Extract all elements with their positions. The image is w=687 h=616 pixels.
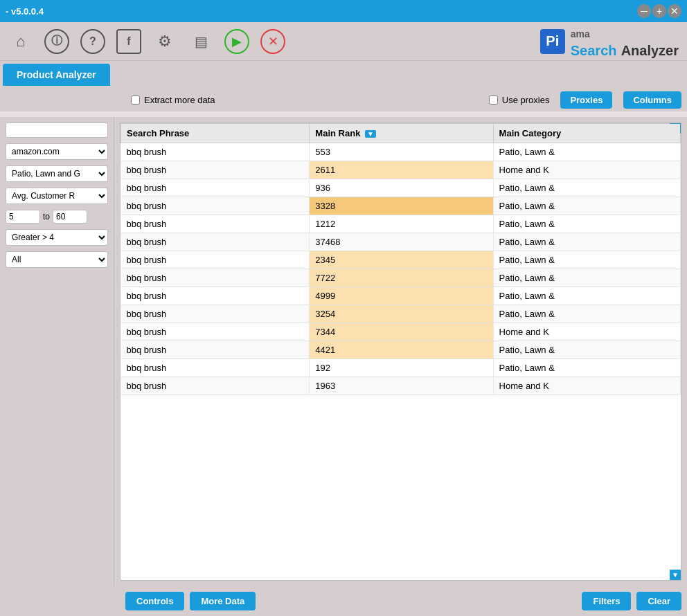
cell-phrase: bbq brush xyxy=(121,359,310,377)
cell-category: Home and K xyxy=(493,161,680,179)
info-icon[interactable]: ⓘ xyxy=(44,29,69,54)
cell-rank: 1963 xyxy=(310,377,493,395)
brand-analyzer: Analyzer xyxy=(621,43,679,58)
title-bar: - v5.0.0.4 ─ + ✕ xyxy=(0,0,687,22)
range-to-label: to xyxy=(43,212,50,221)
tab-product-analyzer[interactable]: Product Analyzer xyxy=(3,64,110,86)
help-icon[interactable]: ? xyxy=(80,29,105,54)
category-select[interactable]: Patio, Lawn and G All xyxy=(6,165,108,182)
search-input[interactable] xyxy=(9,125,113,135)
cell-rank: 4999 xyxy=(310,287,493,305)
table-row[interactable]: bbq brush1212Patio, Lawn & xyxy=(121,215,681,233)
table-row[interactable]: bbq brush553Patio, Lawn & xyxy=(121,143,681,161)
cell-phrase: bbq brush xyxy=(121,341,310,359)
cell-phrase: bbq brush xyxy=(121,251,310,269)
table-row[interactable]: bbq brush192Patio, Lawn & xyxy=(121,359,681,377)
cell-category: Patio, Lawn & xyxy=(493,233,680,251)
range-row: to xyxy=(6,210,108,224)
extract-more-data-checkbox[interactable] xyxy=(131,96,140,105)
col-search-phrase: Search Phrase xyxy=(121,124,310,143)
proxies-button[interactable]: Proxies xyxy=(560,91,612,109)
facebook-icon[interactable]: f xyxy=(116,29,141,54)
cell-rank: 553 xyxy=(310,143,493,161)
marketplace-select[interactable]: amazon.com amazon.co.uk amazon.de xyxy=(6,143,108,160)
cell-category: Patio, Lawn & xyxy=(493,269,680,287)
range-from-input[interactable] xyxy=(6,210,40,224)
use-proxies-label: Use proxies xyxy=(502,95,550,105)
stop-icon[interactable]: ✕ xyxy=(260,29,285,54)
table-row[interactable]: bbq brush2611Home and K xyxy=(121,161,681,179)
sort-icon[interactable]: ▼ xyxy=(365,130,376,138)
cell-category: Patio, Lawn & xyxy=(493,341,680,359)
cell-rank: 936 xyxy=(310,179,493,197)
cell-phrase: bbq brush xyxy=(121,269,310,287)
cell-rank: 7722 xyxy=(310,269,493,287)
scroll-down-indicator[interactable]: ▼ xyxy=(670,570,681,580)
brand-pi-logo: Pi xyxy=(540,29,565,54)
cell-rank: 192 xyxy=(310,359,493,377)
search-input-wrap: ✕ xyxy=(6,123,108,138)
table-row[interactable]: bbq brush7722Patio, Lawn & xyxy=(121,269,681,287)
table-wrap: Search Phrase Main Rank ▼ Main Category xyxy=(120,123,681,581)
table-row[interactable]: bbq brush37468Patio, Lawn & xyxy=(121,233,681,251)
cell-phrase: bbq brush xyxy=(121,287,310,305)
col-main-category: Main Category xyxy=(493,124,680,143)
calculator-icon[interactable]: ▤ xyxy=(188,29,213,54)
cell-rank: 2611 xyxy=(310,161,493,179)
brand-search: Search xyxy=(571,43,617,58)
settings-icon[interactable]: ⚙ xyxy=(152,29,177,54)
table-row[interactable]: bbq brush936Patio, Lawn & xyxy=(121,179,681,197)
table-row[interactable]: bbq brush4421Patio, Lawn & xyxy=(121,341,681,359)
cell-phrase: bbq brush xyxy=(121,161,310,179)
more-data-button[interactable]: More Data xyxy=(190,592,256,610)
use-proxies-wrap: Use proxies xyxy=(489,95,550,105)
cell-category: Patio, Lawn & xyxy=(493,179,680,197)
cell-rank: 1212 xyxy=(310,215,493,233)
play-icon[interactable]: ▶ xyxy=(224,29,249,54)
table-row[interactable]: bbq brush1963Home and K xyxy=(121,377,681,395)
cell-phrase: bbq brush xyxy=(121,377,310,395)
maximize-button[interactable]: + xyxy=(652,4,666,18)
cell-phrase: bbq brush xyxy=(121,197,310,215)
use-proxies-checkbox[interactable] xyxy=(489,96,498,105)
cell-phrase: bbq brush xyxy=(121,233,310,251)
cell-rank: 3328 xyxy=(310,197,493,215)
filter-select[interactable]: All xyxy=(6,251,108,268)
sidebar: ✕ amazon.com amazon.co.uk amazon.de Pati… xyxy=(0,117,114,586)
filters-button[interactable]: Filters xyxy=(582,592,631,610)
cell-phrase: bbq brush xyxy=(121,179,310,197)
title-bar-title: - v5.0.0.4 xyxy=(6,6,44,17)
table-row[interactable]: bbq brush4999Patio, Lawn & xyxy=(121,287,681,305)
columns-button[interactable]: Columns xyxy=(623,91,681,109)
cell-rank: 3254 xyxy=(310,305,493,323)
cell-rank: 37468 xyxy=(310,233,493,251)
col-main-rank: Main Rank ▼ xyxy=(310,124,493,143)
reviews-select[interactable]: Avg. Customer R xyxy=(6,188,108,204)
extract-more-data-wrap: Extract more data xyxy=(131,95,215,105)
controls-button[interactable]: Controls xyxy=(125,592,184,610)
cell-phrase: bbq brush xyxy=(121,143,310,161)
table-row[interactable]: bbq brush2345Patio, Lawn & xyxy=(121,251,681,269)
range-to-input[interactable] xyxy=(53,210,87,224)
table-scroll[interactable]: Search Phrase Main Rank ▼ Main Category xyxy=(121,123,681,580)
brand-text: ama Search Analyzer xyxy=(571,24,679,60)
cell-category: Home and K xyxy=(493,377,680,395)
table-row[interactable]: bbq brush3254Patio, Lawn & xyxy=(121,305,681,323)
minimize-button[interactable]: ─ xyxy=(637,4,651,18)
brand-ama: ama xyxy=(571,28,590,39)
home-icon[interactable]: ⌂ xyxy=(8,29,33,54)
options-bar: Extract more data Use proxies Proxies Co… xyxy=(0,86,687,111)
data-area: Search Phrase Main Rank ▼ Main Category xyxy=(114,117,687,586)
table-row[interactable]: bbq brush7344Home and K xyxy=(121,323,681,341)
cell-category: Patio, Lawn & xyxy=(493,143,680,161)
cell-phrase: bbq brush xyxy=(121,305,310,323)
rating-select[interactable]: Greater > 4 xyxy=(6,229,108,246)
cell-category: Patio, Lawn & xyxy=(493,287,680,305)
table-row[interactable]: bbq brush3328Patio, Lawn & xyxy=(121,197,681,215)
cell-category: Home and K xyxy=(493,323,680,341)
clear-button[interactable]: Clear xyxy=(636,592,681,610)
cell-rank: 7344 xyxy=(310,323,493,341)
close-button[interactable]: ✕ xyxy=(668,4,681,18)
bottom-bar: Controls More Data Filters Clear xyxy=(0,586,687,616)
cell-category: Patio, Lawn & xyxy=(493,359,680,377)
